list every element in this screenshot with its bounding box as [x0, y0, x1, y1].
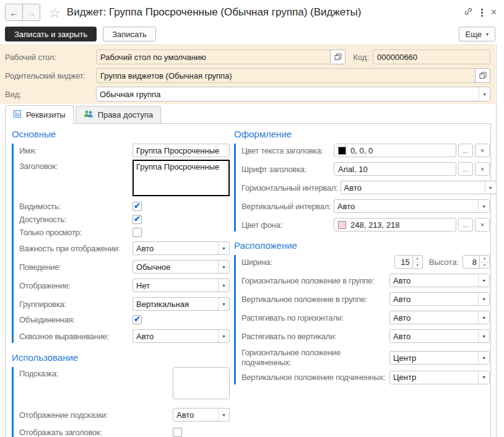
view-only-checkbox[interactable] — [133, 228, 142, 237]
visibility-checkbox[interactable]: ✔ — [133, 202, 142, 211]
check-icon: ✔ — [134, 315, 141, 323]
v-pos-sub-label: Вертикальное положение подчиненных: — [241, 373, 389, 382]
height-input[interactable] — [463, 255, 480, 269]
vertical-scrollbar[interactable] — [496, 45, 503, 437]
right-column: Оформление Цвет текста заголовка: 0, 0, … — [234, 129, 490, 384]
h-pos-sub-row: Горизонтальное положение подчиненных: Це… — [241, 348, 490, 368]
behavior-select[interactable]: Обычное ▾ — [133, 260, 230, 274]
section-appearance-group: Цвет текста заголовка: 0, 0, 0 ... × Шри… — [234, 144, 490, 231]
h-interval-select[interactable]: Авто ▾ — [341, 181, 497, 194]
show-caption-checkbox[interactable] — [173, 428, 182, 437]
chevron-down-icon[interactable]: ▾ — [218, 409, 229, 421]
v-interval-label: Вертикальный интервал: — [241, 202, 334, 211]
header-fields: Рабочий стол: Код: Родительский виджет: — [0, 45, 495, 104]
chevron-down-icon[interactable]: ▾ — [478, 293, 489, 305]
v-interval-select[interactable]: Авто ▾ — [334, 199, 490, 213]
chevron-down-icon[interactable]: ▾ — [478, 371, 489, 384]
save-button[interactable]: Записать — [103, 27, 156, 41]
chevron-down-icon[interactable]: ▾ — [478, 274, 489, 287]
display-select[interactable]: Нет ▾ — [133, 279, 230, 292]
h-pos-sub-select[interactable]: Центр ▾ — [389, 351, 490, 365]
link-icon[interactable] — [464, 7, 473, 19]
spin-down-icon[interactable]: ▼ — [480, 262, 489, 269]
h-pos-group-select[interactable]: Авто ▾ — [389, 274, 490, 287]
through-align-row: Сквозное выравнивание: Авто ▾ — [19, 329, 230, 343]
section-layout-group: Ширина: ▲ ▼ Высота: ▲ ▼ — [234, 255, 490, 384]
chevron-down-icon[interactable]: ▾ — [218, 279, 229, 292]
stretch-v-value: Авто — [390, 332, 478, 341]
importance-select[interactable]: Авто ▾ — [133, 241, 230, 255]
stretch-h-select[interactable]: Авто ▾ — [389, 311, 490, 324]
open-icon[interactable] — [330, 50, 345, 64]
forward-icon[interactable]: → — [22, 4, 40, 20]
tab-attributes[interactable]: Реквизиты — [5, 105, 74, 124]
v-pos-sub-select[interactable]: Центр ▾ — [389, 371, 490, 384]
chevron-down-icon[interactable]: ▾ — [218, 298, 229, 310]
grouping-row: Группировка: Вертикальная ▾ — [19, 297, 230, 311]
caption-font-field: Arial, 10 ... × — [334, 162, 490, 176]
v-pos-group-row: Вертикальное положение в группе: Авто ▾ — [241, 292, 490, 306]
more-menu-icon[interactable] — [481, 9, 483, 17]
choose-button[interactable]: ... — [458, 162, 473, 176]
caption-color-input[interactable]: 0, 0, 0 — [334, 144, 456, 157]
tab-attributes-label: Реквизиты — [26, 110, 66, 119]
tooltip-display-select[interactable]: Авто ▾ — [173, 408, 230, 422]
accessibility-checkbox[interactable]: ✔ — [133, 215, 142, 224]
spin-up-icon[interactable]: ▲ — [413, 256, 422, 262]
importance-value: Авто — [133, 244, 218, 253]
display-label: Отображение: — [19, 281, 133, 290]
choose-button[interactable]: ... — [458, 218, 473, 231]
parent-widget-input[interactable] — [96, 68, 476, 83]
tab-access-rights[interactable]: Права доступа — [76, 106, 162, 124]
open-icon[interactable] — [475, 68, 490, 83]
kind-select[interactable]: Обычная группа ▾ — [96, 87, 490, 102]
chevron-down-icon[interactable]: ▾ — [478, 330, 489, 342]
chevron-down-icon[interactable]: ▾ — [218, 242, 229, 254]
bg-color-input[interactable]: 248, 213, 218 — [334, 218, 456, 231]
check-icon: ✔ — [134, 215, 141, 223]
h-pos-sub-value: Центр — [390, 353, 478, 363]
through-align-select[interactable]: Авто ▾ — [133, 329, 230, 343]
chevron-down-icon[interactable]: ▾ — [218, 261, 229, 273]
name-input[interactable] — [133, 144, 230, 157]
caption-textarea[interactable]: Группа Просроченные — [133, 160, 230, 196]
more-button[interactable]: Еще ▾ — [459, 27, 495, 41]
clear-button[interactable]: × — [475, 218, 490, 231]
code-input[interactable] — [373, 50, 490, 64]
view-only-row: Только просмотр: — [19, 227, 230, 237]
choose-button[interactable]: ... — [458, 144, 473, 157]
grouping-select[interactable]: Вертикальная ▾ — [133, 297, 230, 311]
spin-up-icon[interactable]: ▲ — [480, 256, 489, 262]
bg-color-row: Цвет фона: 248, 213, 218 ... × — [241, 218, 490, 231]
chevron-down-icon[interactable]: ▾ — [485, 181, 496, 194]
save-and-close-button[interactable]: Записать и закрыть — [5, 27, 97, 41]
v-pos-group-select[interactable]: Авто ▾ — [389, 292, 490, 306]
clear-button[interactable]: × — [475, 144, 490, 157]
kind-row: Вид: Обычная группа ▾ — [5, 87, 490, 102]
view-only-label: Только просмотр: — [19, 228, 133, 237]
tooltip-display-label: Отображение подсказки: — [19, 410, 173, 420]
spin-down-icon[interactable]: ▼ — [413, 262, 422, 269]
show-caption-row: Отображать заголовок: — [19, 427, 230, 437]
height-stepper: ▲ ▼ — [463, 255, 490, 269]
close-icon[interactable]: × — [491, 7, 497, 17]
caption-color-label: Цвет текста заголовка: — [241, 146, 334, 155]
width-input[interactable] — [394, 255, 413, 269]
chevron-down-icon[interactable]: ▾ — [478, 352, 489, 364]
chevron-down-icon[interactable]: ▾ — [478, 200, 489, 212]
h-pos-group-value: Авто — [390, 276, 478, 285]
accessibility-row: Доступность: ✔ — [19, 214, 230, 224]
caption-font-input[interactable]: Arial, 10 — [334, 162, 456, 176]
clear-button[interactable]: × — [475, 162, 490, 176]
caption-label: Заголовок: — [19, 160, 133, 171]
back-icon[interactable]: ← — [6, 4, 22, 20]
united-checkbox[interactable]: ✔ — [133, 315, 142, 324]
check-icon: ✔ — [134, 202, 141, 210]
desktop-input[interactable] — [96, 50, 331, 64]
chevron-down-icon[interactable]: ▾ — [218, 330, 229, 342]
chevron-down-icon[interactable]: ▾ — [478, 311, 489, 324]
tooltip-textarea[interactable] — [173, 367, 230, 399]
favorite-star-icon[interactable]: ☆ — [49, 6, 61, 19]
chevron-down-icon[interactable]: ▾ — [479, 87, 490, 101]
stretch-v-select[interactable]: Авто ▾ — [389, 329, 490, 343]
